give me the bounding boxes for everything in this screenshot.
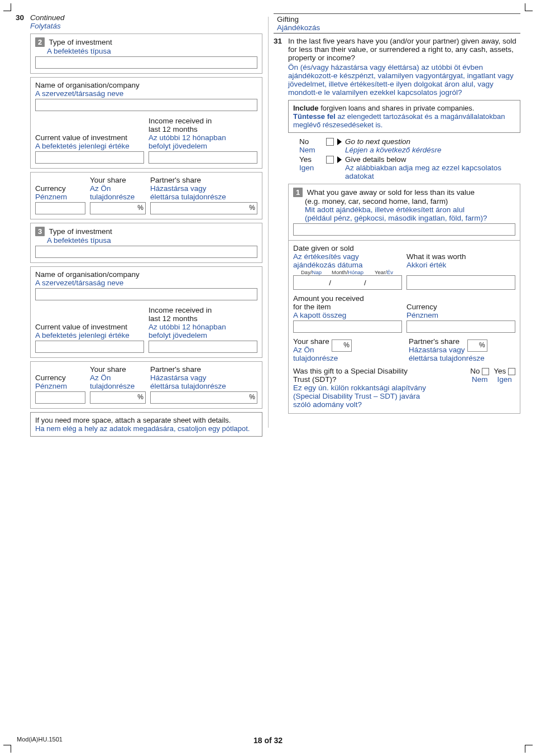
no-goto-hu: Lépjen a következő kérdésre	[345, 146, 520, 154]
partnershare-input[interactable]	[150, 391, 257, 404]
currency-input[interactable]	[35, 391, 85, 404]
q30-share-block-3: Currency Pénznem Your share Az Ön tulajd…	[30, 361, 262, 409]
worth-hu: Akkori érték	[406, 261, 515, 269]
morespace-en: If you need more space, attach a separat…	[35, 416, 257, 424]
partnershare-input[interactable]: %	[467, 339, 487, 352]
sdt-yes-checkbox[interactable]	[508, 368, 515, 375]
yes-hu: Igen	[299, 164, 323, 172]
what-input[interactable]	[293, 223, 515, 236]
section-rule	[274, 13, 520, 14]
org-input[interactable]	[35, 99, 257, 111]
currency-input[interactable]	[406, 320, 515, 333]
no-hu: Nem	[299, 146, 323, 154]
sdt-hu3: szóló adomány volt?	[293, 400, 466, 409]
yourshare-input[interactable]: %	[332, 339, 352, 352]
what-en: What you gave away or sold for less than…	[307, 188, 475, 197]
month-en: Month	[332, 269, 346, 275]
curval-input[interactable]	[35, 341, 144, 353]
income-en2: last 12 months	[149, 314, 257, 323]
include-en-b: Include	[293, 104, 319, 112]
arrow-icon	[337, 156, 342, 163]
type-hu: A befektetés típusa	[47, 236, 257, 245]
currency-en: Currency	[35, 374, 85, 382]
q31-number: 31	[274, 37, 288, 45]
column-divider	[268, 17, 269, 428]
slash: /	[329, 279, 331, 287]
partnershare-hu1: Házastársa vagy	[409, 346, 465, 354]
sdt-no-checkbox[interactable]	[482, 368, 489, 375]
curval-hu: A befektetés jelenlegi értéke	[35, 142, 144, 150]
income-en1: Income received in	[149, 117, 257, 125]
type-input[interactable]	[35, 246, 257, 258]
yes-checkbox[interactable]	[326, 156, 334, 164]
what-hu2: (például pénz, gépkocsi, második ingatla…	[305, 214, 515, 222]
partnershare-hu2: élettársa tulajdonrésze	[150, 382, 257, 390]
currency-hu: Pénznem	[35, 382, 85, 390]
trim-mark-bl	[3, 745, 11, 753]
q31-item-1: 1 What you gave away or sold for less th…	[288, 184, 520, 241]
footer-code: Mod(iA)HU.1501	[17, 736, 63, 743]
pct-sign: %	[479, 341, 485, 349]
include-en: forgiven loans and shares in private com…	[319, 104, 475, 112]
arrow-icon	[337, 138, 342, 145]
sdt-no-en: No	[470, 367, 480, 375]
q30-investment-block-2: 2 Type of investment A befektetés típusa	[30, 34, 262, 74]
no-checkbox[interactable]	[326, 138, 334, 146]
yourshare-hu2: tulajdonrésze	[90, 193, 146, 201]
pct-sign: %	[137, 204, 143, 212]
sdt-yes-en: Yes	[494, 367, 506, 375]
yourshare-hu1: Az Ön	[90, 374, 146, 382]
type-en: Type of investment	[49, 38, 112, 46]
yourshare-hu1: Az Ön	[293, 346, 329, 354]
income-input[interactable]	[149, 151, 257, 164]
q31-item-details: Date given or sold Az értékesítés vagy a…	[288, 241, 520, 414]
pct-sign: %	[249, 393, 255, 401]
currency-en: Currency	[406, 303, 515, 311]
yourshare-en: Your share	[90, 365, 146, 374]
worth-input[interactable]	[406, 275, 515, 290]
month-hu: Hónap	[348, 269, 363, 275]
org-en: Name of organisation/company	[35, 81, 257, 89]
pct-sign: %	[137, 393, 143, 401]
org-hu: A szervezet/társaság neve	[35, 89, 257, 98]
income-input[interactable]	[149, 341, 257, 353]
q30-number: 30	[16, 13, 30, 22]
income-hu1: Az utóbbi 12 hónapban	[149, 133, 257, 142]
partnershare-hu1: Házastársa vagy	[150, 184, 257, 193]
curval-input[interactable]	[35, 151, 144, 164]
sdt-yes-hu: Igen	[494, 375, 515, 384]
include-hu-b: Tüntesse fel	[293, 112, 336, 121]
no-en: No	[299, 137, 323, 146]
what-hu1: Mit adott ajándékba, illetve értékesítet…	[305, 205, 515, 214]
no-goto-en: Go to next question	[345, 137, 520, 146]
curval-hu: A befektetés jelenlegi értéke	[35, 331, 144, 339]
type-input[interactable]	[35, 56, 257, 69]
type-hu: A befektetés típusa	[47, 47, 257, 55]
sdt-en1: Was this gift to a Special Disability	[293, 367, 466, 375]
org-en: Name of organisation/company	[35, 270, 257, 279]
q31-include-note: Include forgiven loans and shares in pri…	[288, 100, 520, 133]
block-badge: 3	[35, 227, 45, 236]
q30-investment-block-3: 3 Type of investment A befektetés típusa	[30, 223, 262, 263]
section-rule	[274, 33, 520, 34]
q30-org-block-2: Name of organisation/company A szervezet…	[30, 77, 262, 169]
sdt-hu2: (Special Disability Trust – SDT) javára	[293, 392, 466, 400]
year-hu: Év	[387, 269, 393, 275]
q30-share-block-2: Currency Pénznem Your share Az Ön tulajd…	[30, 172, 262, 219]
org-input[interactable]	[35, 288, 257, 300]
amount-input[interactable]	[293, 320, 402, 333]
date-en: Date given or sold	[293, 244, 402, 252]
partnershare-hu1: Házastársa vagy	[150, 374, 257, 382]
currency-input[interactable]	[35, 202, 85, 214]
partnershare-input[interactable]	[150, 202, 257, 214]
currency-en: Currency	[35, 184, 85, 193]
gifting-title-hu: Ajándékozás	[277, 23, 520, 32]
q30-morespace-note: If you need more space, attach a separat…	[30, 412, 262, 437]
yourshare-en: Your share	[293, 337, 329, 346]
date-input[interactable]: / /	[293, 275, 402, 290]
q30-continued-hu: Folytatás	[30, 22, 262, 30]
yes-give-hu: Az alábbiakban adja meg az ezzel kapcsol…	[345, 164, 520, 180]
income-en1: Income received in	[149, 306, 257, 314]
curval-en: Current value of investment	[35, 133, 144, 142]
yourshare-hu2: tulajdonrésze	[293, 354, 400, 362]
